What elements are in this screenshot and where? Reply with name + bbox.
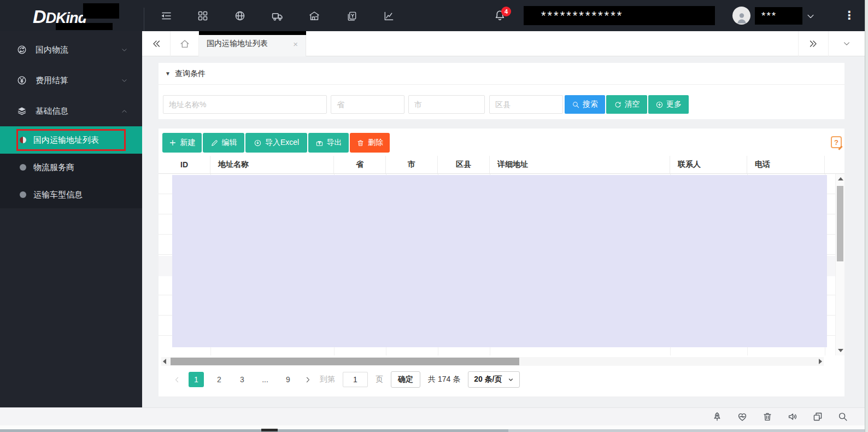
column-header-id[interactable]: ID — [159, 156, 210, 173]
district-input[interactable] — [489, 95, 563, 114]
chevron-up-icon — [121, 108, 128, 115]
pencil-icon — [210, 139, 219, 147]
column-header-address-name[interactable]: 地址名称 — [210, 156, 334, 173]
more-button[interactable]: 更多 — [648, 95, 689, 114]
sidebar-item-vehicle-type-info[interactable]: 运输车型信息 — [0, 181, 142, 208]
sidebar-item-domestic-logistics[interactable]: 国内物流 — [0, 34, 142, 65]
documents-icon[interactable] — [345, 9, 358, 22]
clear-button[interactable]: 清空 — [606, 95, 647, 114]
page-button-3[interactable]: 3 — [234, 372, 250, 387]
trash-icon — [356, 139, 365, 147]
sync-circle-icon — [16, 44, 27, 55]
clipped-content-fragment — [261, 429, 278, 431]
page-button-1[interactable]: 1 — [189, 372, 204, 387]
chevron-down-icon[interactable] — [806, 11, 816, 21]
bottom-toolbar — [712, 411, 848, 422]
top-header: DDKing 4 ************* *** ⋮ — [0, 0, 865, 31]
goto-page-input[interactable] — [343, 372, 368, 387]
column-header-phone[interactable]: 电话 — [747, 156, 825, 173]
redaction-box — [83, 3, 119, 19]
sidebar-item-fee-settlement[interactable]: 费用结算 — [0, 65, 142, 96]
speaker-icon[interactable] — [787, 411, 798, 422]
header-divider — [144, 8, 144, 31]
export-box-icon — [315, 139, 324, 147]
address-name-input[interactable] — [163, 95, 327, 114]
scroll-up-arrow-icon[interactable] — [838, 177, 843, 180]
query-section-header[interactable]: ▼ 查询条件 — [159, 63, 844, 85]
chevron-down-icon — [121, 46, 128, 54]
apps-grid-icon[interactable] — [196, 9, 209, 22]
more-vertical-icon[interactable]: ⋮ — [843, 8, 855, 23]
trash-icon[interactable] — [762, 411, 773, 422]
sidebar-item-logistics-provider[interactable]: 物流服务商 — [0, 154, 142, 181]
chart-icon[interactable] — [382, 9, 395, 22]
city-input[interactable] — [408, 95, 485, 114]
layers-icon — [16, 106, 27, 116]
collapse-menu-icon[interactable] — [160, 9, 173, 22]
edit-button[interactable]: 编辑 — [203, 133, 244, 153]
restore-window-icon[interactable] — [812, 411, 823, 422]
column-header-detail-address[interactable]: 详细地址 — [490, 156, 670, 173]
help-icon[interactable]: ? — [831, 136, 842, 148]
bullet-icon — [20, 164, 26, 171]
page-unit-label: 页 — [376, 375, 383, 384]
plus-circle-icon — [655, 101, 664, 109]
import-circle-icon — [254, 139, 262, 147]
tabs-menu-chevron-icon[interactable] — [828, 31, 865, 56]
bullet-icon — [20, 191, 26, 198]
tabs-scroll-left-icon[interactable] — [142, 31, 171, 56]
scroll-down-arrow-icon[interactable] — [838, 349, 843, 352]
scroll-left-arrow-icon[interactable] — [163, 359, 166, 364]
column-header-contact[interactable]: 联系人 — [670, 156, 747, 173]
bullet-icon — [20, 137, 26, 143]
caret-down-icon: ▼ — [165, 71, 171, 77]
horizontal-scrollbar[interactable] — [161, 357, 824, 366]
main-area: 国内运输地址列表 × ▼ 查询条件 搜索 清空 — [142, 31, 865, 407]
home-icon[interactable] — [171, 31, 199, 56]
bell-icon[interactable]: 4 — [494, 9, 508, 23]
import-excel-button[interactable]: 导入Excel — [245, 133, 307, 153]
column-header-province[interactable]: 省 — [334, 156, 386, 173]
horizontal-scrollbar-thumb[interactable] — [171, 358, 519, 365]
globe-icon[interactable] — [233, 9, 247, 22]
search-button[interactable]: 搜索 — [565, 95, 605, 114]
vertical-scrollbar-thumb[interactable] — [837, 186, 843, 261]
column-header-district[interactable]: 区县 — [438, 156, 490, 173]
rocket-icon[interactable] — [712, 411, 723, 422]
page-button-9[interactable]: 9 — [280, 372, 296, 387]
next-page-icon[interactable] — [303, 375, 312, 384]
masked-user: *** — [755, 7, 802, 25]
delete-button[interactable]: 删除 — [350, 133, 390, 153]
page-ellipsis: ... — [257, 372, 273, 387]
column-header-city[interactable]: 市 — [386, 156, 438, 173]
redaction-box — [199, 31, 306, 35]
province-input[interactable] — [331, 95, 404, 114]
avatar[interactable] — [732, 7, 750, 25]
warehouse-icon[interactable] — [308, 9, 321, 22]
table-data-redaction-overlay — [172, 175, 827, 347]
window-bottom-edge — [508, 429, 868, 432]
confirm-button[interactable]: 确定 — [391, 371, 420, 388]
page-button-2[interactable]: 2 — [212, 372, 227, 387]
heart-pulse-icon[interactable] — [737, 411, 748, 422]
table-body[interactable] — [159, 174, 835, 355]
scroll-right-arrow-icon[interactable] — [819, 359, 822, 364]
vertical-scrollbar[interactable] — [835, 174, 844, 355]
search-icon[interactable] — [837, 411, 848, 422]
yuan-circle-icon — [16, 75, 27, 86]
chevron-down-icon — [121, 77, 128, 84]
export-button[interactable]: 导出 — [308, 133, 349, 153]
table-panel: 新建 编辑 导入Excel 导出 删除 ? ID 地址名称 — [159, 129, 844, 396]
chevron-down-icon — [508, 377, 514, 383]
sidebar-item-domestic-address-list[interactable]: 国内运输地址列表 — [0, 126, 142, 154]
page-size-select[interactable]: 20 条/页 — [468, 371, 519, 388]
prev-page-icon[interactable] — [172, 375, 181, 384]
tabs-scroll-right-icon[interactable] — [798, 31, 828, 56]
plus-icon — [169, 139, 177, 147]
close-icon[interactable]: × — [293, 40, 298, 48]
add-button[interactable]: 新建 — [162, 133, 202, 153]
sidebar-item-basic-info[interactable]: 基础信息 — [0, 96, 142, 126]
truck-icon[interactable] — [271, 9, 284, 22]
total-count-label: 共 174 条 — [428, 375, 460, 384]
sidebar-submenu: 国内运输地址列表 物流服务商 运输车型信息 — [0, 126, 142, 208]
